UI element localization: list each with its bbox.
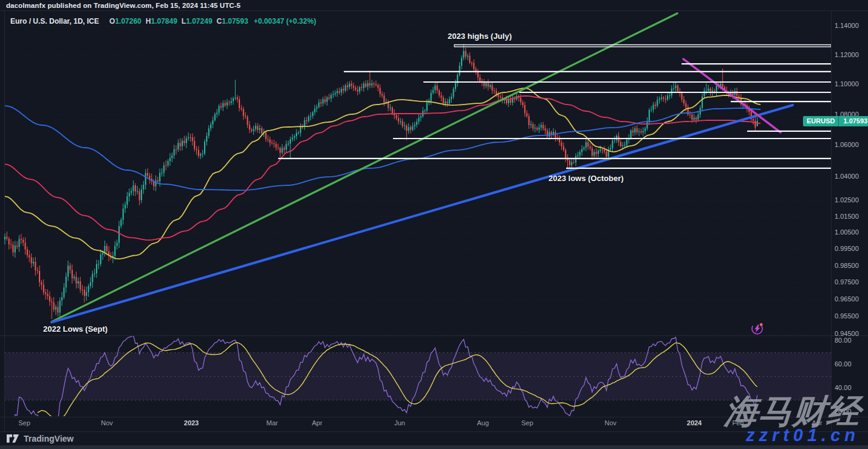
tradingview-published-chart: dacolmanfx published on TradingView.com,… xyxy=(0,0,868,449)
rsi-axis-label: 60.00 xyxy=(835,360,852,368)
tradingview-brand-text: TradingView xyxy=(24,434,73,444)
ohlc-open-value: 1.07260 xyxy=(115,17,141,26)
price-axis-label: 1.12000 xyxy=(835,51,859,58)
rsi-band-fill xyxy=(5,353,831,400)
price-axis-label: 1.01500 xyxy=(835,213,859,220)
price-axis-label: 0.95500 xyxy=(835,312,859,320)
time-axis-label: Jun xyxy=(394,419,405,427)
rsi-pane[interactable] xyxy=(5,335,831,430)
price-axis-label: 1.00500 xyxy=(835,228,859,236)
rsi-axis-label: 80.00 xyxy=(835,337,852,344)
lightning-icon xyxy=(750,321,765,336)
chart-annotation[interactable]: 2023 highs (July) xyxy=(448,32,511,41)
time-axis-label: Sep xyxy=(521,419,533,427)
symbol-title: Euro / U.S. Dollar, 1D, ICE xyxy=(10,17,99,26)
price-axis-label: 0.94500 xyxy=(835,330,859,337)
time-axis-label: 2024 xyxy=(687,419,702,427)
boost-reaction-button[interactable] xyxy=(750,321,765,336)
time-axis-label: 2023 xyxy=(184,419,199,427)
price-axis-label: 1.02500 xyxy=(835,196,859,204)
symbol-legend[interactable]: Euro / U.S. Dollar, 1D, ICEO1.07260H1.07… xyxy=(10,17,316,26)
chart-annotation[interactable]: 2023 lows (October) xyxy=(548,174,624,183)
price-axis-label: 0.99500 xyxy=(835,245,859,252)
time-axis-label: Nov xyxy=(101,419,113,427)
change-value: +0.00347 (+0.32%) xyxy=(254,17,316,26)
price-axis-label: 1.04000 xyxy=(835,173,859,180)
uptrend-blue[interactable] xyxy=(52,105,793,322)
time-axis-label: Nov xyxy=(604,419,617,427)
price-axis-label: 1.06000 xyxy=(835,141,859,148)
time-axis-label: Aug xyxy=(477,419,489,427)
chart-annotation[interactable]: 2022 Lows (Sept) xyxy=(43,324,108,334)
ohlc-high-value: 1.07849 xyxy=(151,17,177,26)
candles-layer xyxy=(4,44,758,320)
footer-attribution[interactable]: TradingView xyxy=(6,434,73,444)
ohlc-low-value: 1.07249 xyxy=(186,17,212,26)
watermark-url: zzrt01.cn xyxy=(746,425,859,445)
price-axis-label: 1.14000 xyxy=(835,22,859,29)
main-pane[interactable] xyxy=(4,13,831,334)
last-price-value: 1.07593 xyxy=(839,116,868,126)
resistance-zone-2023-highs[interactable] xyxy=(454,44,831,47)
time-axis-label: Mar xyxy=(267,419,278,427)
time-axis-label: Apr xyxy=(312,419,322,427)
tradingview-logo-icon xyxy=(6,434,19,444)
price-axis-label: 0.96500 xyxy=(835,295,859,303)
published-caption: dacolmanfx published on TradingView.com,… xyxy=(6,2,241,9)
price-axis-label: 1.10000 xyxy=(835,80,859,87)
time-axis-label: Sep xyxy=(18,419,30,427)
last-price-label: EURUSD 1.07593 xyxy=(803,116,868,126)
price-axis-label: 0.98500 xyxy=(835,262,859,269)
ohlc-close-value: 1.07593 xyxy=(222,17,248,26)
chart-canvas[interactable] xyxy=(0,0,868,449)
ohlc-open-key: O xyxy=(109,17,115,26)
ohlc-close-key: C xyxy=(217,17,222,26)
price-axis-label: 0.97500 xyxy=(835,278,859,286)
last-price-symbol: EURUSD xyxy=(803,116,839,126)
